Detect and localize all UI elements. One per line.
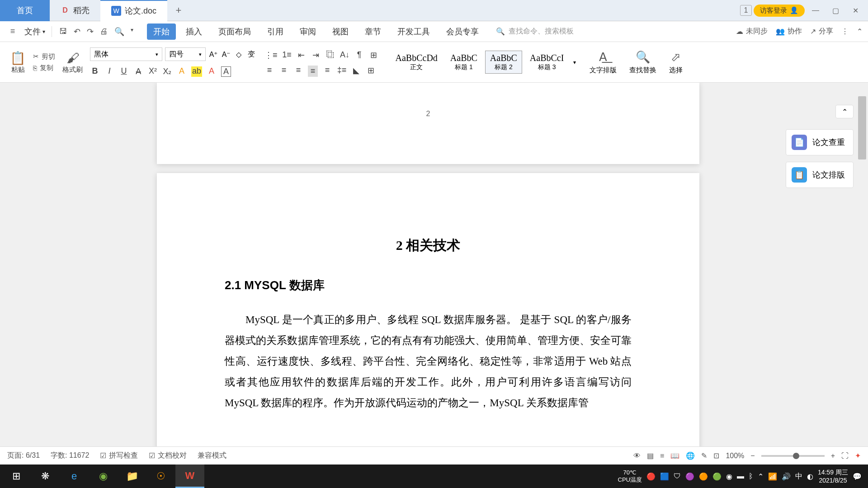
qat-more-icon[interactable]: ▾ bbox=[131, 27, 133, 37]
tab-count-badge[interactable]: 1 bbox=[740, 5, 752, 16]
paper-layout-button[interactable]: 📋论文排版 bbox=[786, 162, 854, 188]
text-effect-button[interactable]: A bbox=[177, 66, 187, 77]
line-spacing-icon[interactable]: ‡≡ bbox=[337, 66, 347, 77]
doc-proof-toggle[interactable]: ☑文档校对 bbox=[149, 451, 187, 460]
borders-icon[interactable]: ⊞ bbox=[366, 66, 376, 77]
select-button[interactable]: ⬀选择 bbox=[665, 50, 687, 75]
styles-more-icon[interactable]: ▾ bbox=[571, 57, 578, 67]
subscript-button[interactable]: X₂ bbox=[162, 66, 172, 77]
style-normal[interactable]: AaBbCcDd正文 bbox=[391, 51, 443, 74]
grow-font-icon[interactable]: A⁺ bbox=[208, 50, 218, 59]
clear-format-icon[interactable]: ◇ bbox=[234, 50, 244, 59]
tray-icon[interactable]: 🟦 bbox=[660, 472, 669, 481]
copy-button[interactable]: ⎘复制 bbox=[33, 64, 55, 72]
tray-icon[interactable]: 🟣 bbox=[685, 472, 694, 481]
web-view-icon[interactable]: 🌐 bbox=[686, 451, 695, 460]
bullets-icon[interactable]: ⋮≡ bbox=[264, 50, 278, 60]
font-color-button[interactable]: A bbox=[207, 66, 217, 77]
ime-indicator[interactable]: 中 bbox=[795, 472, 802, 481]
increase-indent-icon[interactable]: ⇥ bbox=[311, 50, 321, 60]
document-canvas[interactable]: 2 2 相关技术 2.1 MYSQL 数据库 MySQL 是一个真正的多用户、多… bbox=[0, 83, 856, 446]
font-family-select[interactable]: 黑体▾ bbox=[90, 47, 162, 61]
superscript-button[interactable]: X² bbox=[148, 66, 158, 77]
asian-layout-icon[interactable]: ⿻ bbox=[326, 50, 335, 60]
tray-icon[interactable]: ▬ bbox=[737, 472, 744, 480]
maximize-button[interactable]: ▢ bbox=[826, 4, 844, 17]
char-border-button[interactable]: A bbox=[221, 66, 231, 77]
style-heading1[interactable]: AaBbC标题 1 bbox=[445, 51, 482, 74]
file-menu[interactable]: 文件▾ bbox=[22, 26, 48, 37]
fit-icon[interactable]: ⊡ bbox=[713, 451, 719, 460]
command-search[interactable]: 🔍查找命令、搜索模板 bbox=[496, 27, 574, 36]
more-icon[interactable]: ⋮ bbox=[841, 27, 849, 36]
zoom-in-button[interactable]: + bbox=[831, 452, 835, 460]
zoom-slider[interactable] bbox=[761, 455, 825, 457]
tray-icon[interactable]: 🟠 bbox=[699, 472, 708, 481]
style-heading3[interactable]: AaBbCcI标题 3 bbox=[525, 51, 569, 74]
sync-status[interactable]: ☁未同步 bbox=[736, 27, 768, 36]
shading-icon[interactable]: ◣ bbox=[351, 66, 361, 77]
underline-button[interactable]: U bbox=[119, 66, 129, 77]
eye-icon[interactable]: 👁 bbox=[633, 452, 641, 460]
reading-view-icon[interactable]: 📖 bbox=[670, 451, 679, 460]
start-button[interactable]: ⊞ bbox=[2, 465, 31, 488]
collapse-ribbon-icon[interactable]: ⌃ bbox=[857, 27, 863, 36]
vertical-scrollbar[interactable] bbox=[856, 83, 868, 446]
clock[interactable]: 14:59 周三2021/8/25 bbox=[818, 468, 848, 484]
page-view-icon[interactable]: ▤ bbox=[647, 451, 654, 460]
volume-icon[interactable]: 🔊 bbox=[782, 472, 791, 481]
browser-icon[interactable]: ◉ bbox=[89, 465, 118, 488]
panel-toggle-icon[interactable]: ⌃ bbox=[835, 105, 854, 118]
wps-icon[interactable]: W bbox=[175, 465, 204, 488]
collab-button[interactable]: 👥协作 bbox=[776, 27, 802, 36]
font-size-select[interactable]: 四号▾ bbox=[165, 47, 206, 61]
ribbon-tab-view[interactable]: 视图 bbox=[326, 23, 355, 40]
shrink-font-icon[interactable]: A⁻ bbox=[221, 50, 231, 59]
ribbon-tab-review[interactable]: 审阅 bbox=[293, 23, 322, 40]
sort-icon[interactable]: A↓ bbox=[340, 50, 350, 60]
text-layout-button[interactable]: A͟文字排版 bbox=[585, 50, 621, 75]
ribbon-tab-vip[interactable]: 会员专享 bbox=[440, 23, 485, 40]
tray-icon[interactable]: 🔴 bbox=[646, 472, 656, 481]
show-marks-icon[interactable]: ¶ bbox=[354, 50, 364, 60]
zoom-thumb[interactable] bbox=[793, 453, 799, 459]
explorer-icon[interactable]: 📁 bbox=[118, 465, 146, 488]
ribbon-tab-layout[interactable]: 页面布局 bbox=[212, 23, 257, 40]
style-heading2[interactable]: AaBbC标题 2 bbox=[485, 51, 522, 74]
tray-icon[interactable]: 🛡 bbox=[674, 472, 681, 480]
taskbar-app-2[interactable]: ☉ bbox=[146, 465, 175, 488]
italic-button[interactable]: I bbox=[104, 66, 114, 77]
tray-icon[interactable]: ◐ bbox=[807, 472, 813, 481]
paste-button[interactable]: 📋粘贴 bbox=[10, 51, 26, 74]
save-icon[interactable]: 🖫 bbox=[59, 27, 67, 37]
cpu-temp[interactable]: 70℃CPU温度 bbox=[618, 469, 642, 484]
find-replace-button[interactable]: 🔍查找替换 bbox=[625, 50, 661, 75]
paper-check-button[interactable]: 📄论文查重 bbox=[786, 129, 854, 155]
zoom-out-button[interactable]: − bbox=[750, 452, 755, 460]
tray-icon[interactable]: 🟢 bbox=[712, 472, 722, 481]
share-button[interactable]: ↗分享 bbox=[810, 27, 833, 36]
fullscreen-icon[interactable]: ⛶ bbox=[841, 452, 849, 460]
ribbon-tab-start[interactable]: 开始 bbox=[147, 23, 176, 40]
format-painter-button[interactable]: 🖌格式刷 bbox=[62, 51, 83, 74]
tab-document[interactable]: W论文.doc bbox=[100, 0, 167, 21]
taskbar-app-1[interactable]: ❋ bbox=[31, 465, 60, 488]
redo-icon[interactable]: ↷ bbox=[87, 27, 94, 37]
ie-icon[interactable]: e bbox=[60, 465, 89, 488]
notifications-icon[interactable]: 💬 bbox=[853, 472, 862, 481]
page-indicator[interactable]: 页面: 6/31 bbox=[7, 451, 40, 460]
tabstop-icon[interactable]: ⊞ bbox=[369, 50, 379, 60]
highlight-button[interactable]: ab bbox=[191, 66, 202, 77]
numbering-icon[interactable]: 1≡ bbox=[282, 50, 292, 60]
settings-icon[interactable]: ✦ bbox=[855, 451, 861, 460]
close-button[interactable]: ✕ bbox=[846, 4, 864, 17]
bold-button[interactable]: B bbox=[90, 66, 100, 77]
scroll-thumb[interactable] bbox=[858, 96, 866, 160]
tab-daoke[interactable]: D稻壳 bbox=[50, 0, 100, 21]
ribbon-tab-ref[interactable]: 引用 bbox=[261, 23, 290, 40]
menu-icon[interactable]: ≡ bbox=[5, 24, 20, 39]
ribbon-tab-dev[interactable]: 开发工具 bbox=[391, 23, 436, 40]
annotate-icon[interactable]: ✎ bbox=[701, 451, 707, 460]
tab-home[interactable]: 首页 bbox=[0, 0, 50, 21]
word-count[interactable]: 字数: 11672 bbox=[51, 451, 89, 460]
